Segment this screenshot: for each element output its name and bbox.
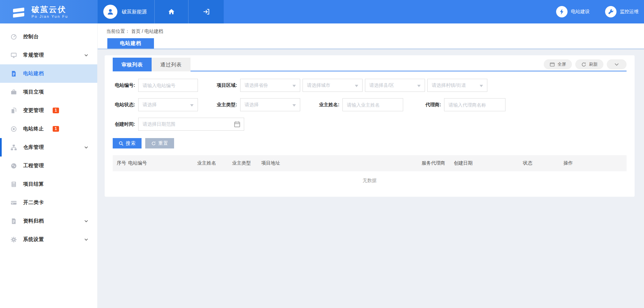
filter-row: 创建时间:请选择日期范围 bbox=[113, 118, 627, 131]
avatar-icon bbox=[106, 8, 114, 16]
panel-toolbar: 全屏 刷新 bbox=[544, 59, 627, 69]
table-header-6: 服务代理商 bbox=[420, 155, 452, 171]
nav-monitoring-ops[interactable]: 监控运维 bbox=[605, 6, 639, 17]
breadcrumb-path[interactable]: 首页 / 电站建档 bbox=[131, 28, 163, 34]
reset-label: 重置 bbox=[158, 140, 168, 146]
calculator-icon bbox=[10, 181, 17, 188]
table-header-9: 操作 bbox=[561, 155, 627, 171]
brand-logo: 破茧云伏 Po Jian Yun Fu bbox=[0, 0, 98, 23]
station-status-select[interactable]: 请选择 bbox=[138, 98, 198, 111]
chevron-down-icon bbox=[84, 219, 89, 224]
chevron-down-icon bbox=[84, 53, 89, 58]
search-icon bbox=[118, 141, 124, 146]
gear-icon bbox=[10, 236, 17, 243]
page-tab-station-filing[interactable]: 电站建档 bbox=[107, 38, 154, 49]
sitemap-icon bbox=[10, 144, 17, 151]
sidebar-item-label: 工程管理 bbox=[23, 163, 44, 169]
empty-state: 无数据 bbox=[113, 171, 627, 190]
main-content: 审核列表 通过列表 全屏 刷新 电站编号:项目区域:请选择省份请选择城市请选择县… bbox=[98, 50, 644, 308]
search-button[interactable]: 搜索 bbox=[113, 138, 142, 148]
copy-icon bbox=[10, 107, 17, 114]
sidebar: 控制台常规管理电站建档项目立项变更管理1电站终止1仓库管理工程管理项目结算开二类… bbox=[0, 23, 98, 308]
archive-icon bbox=[10, 218, 17, 225]
breadcrumb-prefix: 当前位置： bbox=[106, 28, 130, 34]
action-buttons: 搜索 重置 bbox=[113, 138, 627, 148]
fullscreen-button[interactable]: 全屏 bbox=[544, 59, 572, 69]
sidebar-item-project-settlement[interactable]: 项目结算 bbox=[0, 175, 97, 193]
notification-badge: 1 bbox=[53, 108, 59, 113]
agent-label: 代理商: bbox=[423, 102, 444, 108]
sidebar-item-warehouse-management[interactable]: 仓库管理 bbox=[0, 138, 97, 157]
table-header-1: 序号 bbox=[113, 155, 126, 171]
sidebar-item-open-type2-card[interactable]: 开二类卡 bbox=[0, 193, 97, 212]
table-empty-row: 无数据 bbox=[113, 171, 627, 190]
panel-tabs: 审核列表 通过列表 全屏 刷新 bbox=[113, 58, 627, 71]
sidebar-item-data-archive[interactable]: 资料归档 bbox=[0, 212, 97, 230]
refresh-button[interactable]: 刷新 bbox=[575, 59, 603, 69]
avatar bbox=[103, 5, 117, 19]
owner-name-label: 业主姓名: bbox=[317, 102, 342, 108]
reset-button[interactable]: 重置 bbox=[145, 138, 174, 148]
sidebar-item-label: 电站终止 bbox=[23, 126, 44, 132]
province-select[interactable]: 请选择省份 bbox=[240, 79, 300, 92]
nav-monitoring-ops-label: 监控运维 bbox=[620, 9, 639, 15]
sidebar-item-console[interactable]: 控制台 bbox=[0, 27, 97, 46]
sidebar-item-engineering-management[interactable]: 工程管理 bbox=[0, 157, 97, 175]
sidebar-item-label: 系统设置 bbox=[23, 236, 44, 243]
lightning-icon bbox=[558, 8, 565, 15]
town-select[interactable]: 请选择村镇/街道 bbox=[427, 79, 487, 92]
city-select[interactable]: 请选择城市 bbox=[303, 79, 363, 92]
station-status-label: 电站状态: bbox=[113, 102, 138, 108]
nav-station-construction[interactable]: 电站建设 bbox=[556, 6, 590, 17]
table-header-2: 电站编号 bbox=[126, 155, 195, 171]
sidebar-item-label: 开二类卡 bbox=[23, 199, 44, 206]
reset-icon bbox=[151, 141, 156, 146]
sidebar-item-label: 资料归档 bbox=[23, 218, 44, 224]
filter-row: 电站状态:请选择业主类型:请选择业主姓名:代理商: bbox=[113, 98, 627, 111]
nav-station-construction-label: 电站建设 bbox=[571, 9, 590, 15]
topbar-company[interactable]: 破茧新能源 bbox=[98, 0, 154, 23]
station-code-label: 电站编号: bbox=[113, 82, 138, 88]
sidebar-item-label: 仓库管理 bbox=[23, 144, 44, 150]
sidebar-item-change-management[interactable]: 变更管理1 bbox=[0, 101, 97, 120]
agent-input[interactable] bbox=[444, 98, 505, 111]
tab-review-list[interactable]: 审核列表 bbox=[113, 58, 152, 71]
collapse-button[interactable] bbox=[607, 59, 627, 69]
tab-passed-list[interactable]: 通过列表 bbox=[152, 58, 191, 71]
sidebar-item-station-termination[interactable]: 电站终止1 bbox=[0, 120, 97, 138]
owner-type-label: 业主类型: bbox=[215, 102, 240, 108]
home-button[interactable] bbox=[154, 0, 188, 23]
home-icon bbox=[168, 8, 175, 15]
filter-form: 电站编号:项目区域:请选择省份请选择城市请选择县/区请选择村镇/街道电站状态:请… bbox=[113, 71, 627, 131]
province-label: 项目区域: bbox=[215, 82, 240, 88]
refresh-label: 刷新 bbox=[589, 61, 598, 67]
owner-name-input[interactable] bbox=[342, 98, 403, 111]
sidebar-item-project-initiation[interactable]: 项目立项 bbox=[0, 83, 97, 101]
dashboard-icon bbox=[10, 34, 17, 40]
lightning-icon-circle bbox=[556, 6, 568, 17]
station-code-input[interactable] bbox=[138, 79, 198, 92]
search-label: 搜索 bbox=[126, 140, 136, 146]
chevron-down-icon bbox=[84, 237, 89, 242]
sidebar-item-label: 常规管理 bbox=[23, 52, 44, 58]
logout-button[interactable] bbox=[188, 0, 224, 23]
chevron-down-icon bbox=[84, 145, 89, 150]
create-time-range-picker[interactable]: 请选择日期范围 bbox=[138, 118, 244, 131]
sidebar-item-general-management[interactable]: 常规管理 bbox=[0, 46, 97, 64]
notification-badge: 1 bbox=[53, 126, 59, 132]
fullscreen-label: 全屏 bbox=[557, 61, 566, 67]
table-header-3: 业主姓名 bbox=[195, 155, 230, 171]
top-bar: 破茧云伏 Po Jian Yun Fu 破茧新能源 电站建设 监控运维 bbox=[0, 0, 644, 23]
table-header-8: 状态 bbox=[521, 155, 561, 171]
pie-chart-icon bbox=[10, 163, 17, 169]
owner-type-select[interactable]: 请选择 bbox=[240, 98, 300, 111]
breadcrumb: 当前位置： 首页 / 电站建档 bbox=[98, 23, 644, 35]
sidebar-item-label: 电站建档 bbox=[23, 70, 44, 77]
sidebar-item-station-filing[interactable]: 电站建档 bbox=[0, 64, 97, 83]
brand-title: 破茧云伏 bbox=[32, 5, 68, 14]
sidebar-item-system-settings[interactable]: 系统设置 bbox=[0, 230, 97, 249]
table-header-7: 创建日期 bbox=[452, 155, 521, 171]
briefcase-icon bbox=[10, 89, 17, 96]
brand-text: 破茧云伏 Po Jian Yun Fu bbox=[32, 5, 68, 18]
district-select[interactable]: 请选择县/区 bbox=[365, 79, 425, 92]
